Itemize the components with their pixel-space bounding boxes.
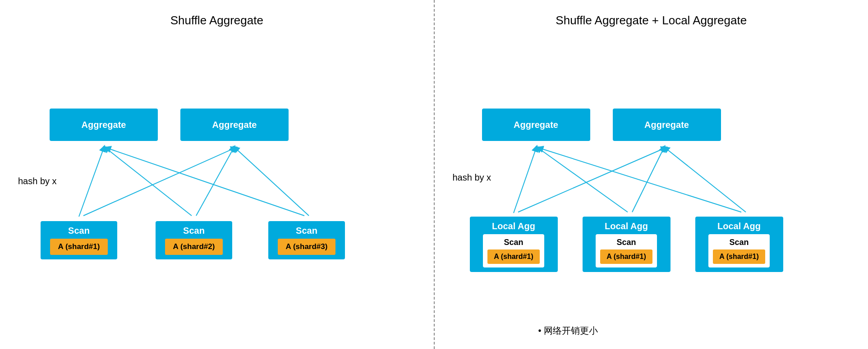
svg-line-9 xyxy=(518,148,665,212)
svg-line-8 xyxy=(514,148,536,213)
right-hash-label: hash by x xyxy=(453,172,491,183)
right-title: Shuffle Aggregate + Local Aggregate xyxy=(448,14,855,27)
main-container: Shuffle Aggregate xyxy=(0,0,868,349)
svg-line-4 xyxy=(196,148,234,216)
right-scan-inner-3: Scan A (shard#1) xyxy=(708,234,769,267)
right-bullet-note: • 网络开销更小 xyxy=(538,325,598,337)
left-scan-3: Scan A (shard#3) xyxy=(268,221,345,259)
right-diagram-area: Aggregate Aggregate hash by x Local Agg … xyxy=(448,45,855,316)
left-arrows xyxy=(14,45,420,316)
left-scan-1: Scan A (shard#1) xyxy=(41,221,117,259)
left-diagram: Shuffle Aggregate xyxy=(0,0,434,349)
left-aggregate-1: Aggregate xyxy=(50,109,158,141)
right-arrows xyxy=(448,45,855,316)
right-aggregate-1: Aggregate xyxy=(482,109,590,141)
svg-line-2 xyxy=(83,148,234,216)
svg-line-6 xyxy=(235,148,309,216)
left-title: Shuffle Aggregate xyxy=(14,14,420,27)
right-local-agg-2: Local Agg Scan A (shard#1) xyxy=(583,217,671,272)
svg-line-11 xyxy=(632,148,664,212)
right-scan-inner-2: Scan A (shard#1) xyxy=(596,234,657,267)
right-local-agg-3: Local Agg Scan A (shard#1) xyxy=(695,217,783,272)
right-aggregate-2: Aggregate xyxy=(613,109,721,141)
left-hash-label: hash by x xyxy=(18,176,57,186)
svg-line-10 xyxy=(538,148,628,212)
svg-line-12 xyxy=(540,148,741,212)
svg-line-13 xyxy=(666,148,746,212)
right-local-agg-1: Local Agg Scan A (shard#1) xyxy=(470,217,558,272)
svg-line-5 xyxy=(107,148,304,216)
left-scan-2: Scan A (shard#2) xyxy=(156,221,232,259)
left-aggregate-2: Aggregate xyxy=(180,109,289,141)
svg-line-3 xyxy=(106,148,192,216)
svg-line-1 xyxy=(79,148,104,217)
left-diagram-area: Aggregate Aggregate hash by x Scan A (sh… xyxy=(14,45,420,316)
right-diagram: Shuffle Aggregate + Local Aggregate xyxy=(435,0,868,349)
right-scan-inner-1: Scan A (shard#1) xyxy=(483,234,544,267)
